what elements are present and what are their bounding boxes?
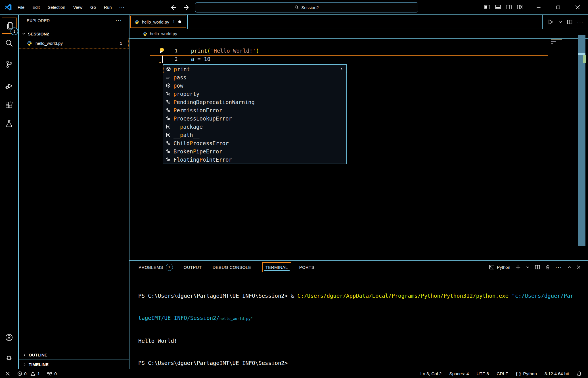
account-icon[interactable]: [5, 333, 13, 342]
menu-view[interactable]: View: [69, 5, 86, 10]
code-line-1[interactable]: 1print('Hello World!'): [129, 39, 259, 47]
tab-problems[interactable]: PROBLEMS 1: [139, 264, 173, 271]
new-terminal-button[interactable]: [515, 264, 521, 270]
suggestion-item[interactable]: __package__: [163, 123, 346, 131]
maximize-button[interactable]: [548, 0, 568, 14]
explorer-more-button[interactable]: ···: [116, 18, 122, 23]
outline-section[interactable]: OUTLINE: [19, 350, 129, 360]
navigate-back-icon[interactable]: [170, 4, 177, 10]
tab-ports[interactable]: PORTS: [299, 265, 314, 270]
cursor-position-status[interactable]: Ln 3, Col 2: [420, 371, 441, 376]
command-center-search[interactable]: Session2: [195, 2, 418, 12]
symbol-class-icon: [166, 149, 171, 154]
window-controls: [529, 0, 587, 14]
suggestion-item[interactable]: PendingDeprecationWarning: [163, 98, 346, 106]
chevron-right-icon: [23, 363, 26, 366]
suggestion-item[interactable]: pass: [163, 73, 346, 81]
menu-selection[interactable]: Selection: [44, 5, 69, 10]
token-number: 10: [204, 56, 210, 62]
settings-gear-icon[interactable]: [5, 354, 13, 362]
menu-bar: File Edit Selection View Go Run ···: [14, 0, 128, 14]
suggestion-details-chevron-icon[interactable]: [340, 67, 344, 71]
toggle-secondary-sidebar-icon[interactable]: [505, 4, 512, 10]
folder-section-header[interactable]: SESSION2: [19, 29, 129, 38]
tab-output[interactable]: OUTPUT: [184, 265, 202, 270]
explorer-title: EXPLORER: [27, 18, 50, 23]
minimap-line-mark: [551, 39, 562, 40]
lightbulb-icon[interactable]: [158, 47, 165, 54]
terminal-line: PS C:\Users\dguer\PartageIMT\UE INFO\Ses…: [138, 292, 588, 299]
toggle-panel-icon[interactable]: [495, 4, 501, 10]
sidebar-item-explorer[interactable]: 1: [2, 18, 17, 34]
python-version-status[interactable]: 3.12.4 64-bit: [545, 371, 569, 376]
terminal-icon: [489, 264, 495, 270]
outline-label: OUTLINE: [29, 352, 47, 357]
tab-terminal[interactable]: TERMINAL: [262, 262, 291, 272]
sidebar-item-testing[interactable]: [5, 120, 13, 128]
code-line-2[interactable]: 2a = 10: [129, 47, 210, 55]
sidebar-item-run-debug[interactable]: [5, 82, 13, 90]
customize-layout-icon[interactable]: [516, 4, 523, 10]
tab-debug-console[interactable]: DEBUG CONSOLE: [213, 265, 251, 270]
kill-terminal-trash-icon[interactable]: [545, 265, 551, 270]
remote-indicator[interactable]: [5, 371, 10, 376]
indentation-status[interactable]: Spaces: 4: [449, 371, 469, 376]
tab-hello-world[interactable]: hello_world.py 1: [130, 16, 186, 28]
split-terminal-icon[interactable]: [535, 264, 540, 270]
sidebar-item-extensions[interactable]: [5, 101, 13, 110]
menu-run[interactable]: Run: [100, 5, 116, 10]
chevron-right-icon: [23, 353, 26, 357]
maximize-panel-chevron-icon[interactable]: [567, 265, 572, 269]
language-mode-status[interactable]: { } Python: [516, 371, 537, 376]
problems-count-badge: 1: [166, 264, 173, 271]
suggestion-item[interactable]: pow: [163, 81, 346, 90]
menu-edit[interactable]: Edit: [28, 5, 44, 10]
terminal-dropdown-chevron-icon[interactable]: [526, 265, 530, 269]
bell-icon: [577, 371, 582, 376]
toggle-sidebar-icon[interactable]: [484, 4, 491, 10]
menu-go[interactable]: Go: [86, 5, 100, 10]
close-window-button[interactable]: [568, 0, 587, 14]
suggestion-item[interactable]: PermissionError: [163, 106, 346, 114]
suggestion-item[interactable]: ChildProcessError: [163, 139, 346, 147]
suggestion-item[interactable]: ProcessLookupError: [163, 114, 346, 123]
encoding-status[interactable]: UTF-8: [476, 371, 489, 376]
close-panel-icon[interactable]: [576, 265, 581, 269]
editor-more-actions-button[interactable]: ···: [577, 19, 584, 25]
timeline-section[interactable]: TIMELINE: [19, 360, 129, 369]
terminal-output[interactable]: PS C:\Users\dguer\PartageIMT\UE INFO\Ses…: [129, 274, 588, 378]
activity-bar: 1: [0, 15, 19, 369]
minimize-button[interactable]: [529, 0, 548, 14]
bottom-panel: PROBLEMS 1 OUTPUT DEBUG CONSOLE TERMINAL…: [129, 260, 588, 369]
layout-controls: [484, 4, 523, 10]
problems-status[interactable]: 0 1: [17, 371, 40, 376]
eol-status[interactable]: CRLF: [497, 371, 508, 376]
symbol-class-icon: [166, 91, 171, 96]
menu-more-button[interactable]: ···: [116, 5, 128, 10]
run-dropdown-chevron-icon[interactable]: [558, 20, 562, 24]
warning-icon: [30, 371, 35, 376]
sidebar-item-source-control[interactable]: [5, 60, 13, 69]
split-editor-icon[interactable]: [567, 19, 573, 25]
suggestion-item[interactable]: FloatingPointError: [163, 155, 346, 164]
suggestion-item[interactable]: print: [163, 65, 346, 73]
terminal-shell-selector[interactable]: Python: [489, 264, 510, 270]
suggestion-item[interactable]: __path__: [163, 131, 346, 139]
panel-more-actions-button[interactable]: ···: [555, 264, 562, 270]
file-row-hello-world[interactable]: hello_world.py 1: [19, 38, 129, 48]
notifications-bell[interactable]: [577, 371, 582, 376]
editor-scrollbar[interactable]: [578, 35, 585, 246]
panel-header: PROBLEMS 1 OUTPUT DEBUG CONSOLE TERMINAL…: [129, 261, 588, 274]
run-python-file-button[interactable]: [547, 18, 554, 26]
python-file-icon: [143, 31, 147, 36]
ports-status[interactable]: 0: [47, 371, 57, 376]
sidebar-item-search[interactable]: [5, 39, 13, 48]
modified-dot-icon[interactable]: [178, 20, 181, 23]
suggestion-item[interactable]: BrokenPipeError: [163, 147, 346, 155]
navigate-forward-icon[interactable]: [183, 4, 189, 10]
menu-file[interactable]: File: [14, 5, 28, 10]
breadcrumb[interactable]: hello_world.py: [129, 29, 588, 39]
suggestion-item[interactable]: property: [163, 90, 346, 98]
symbol-variable-icon: [166, 124, 171, 129]
search-icon: [294, 5, 299, 10]
